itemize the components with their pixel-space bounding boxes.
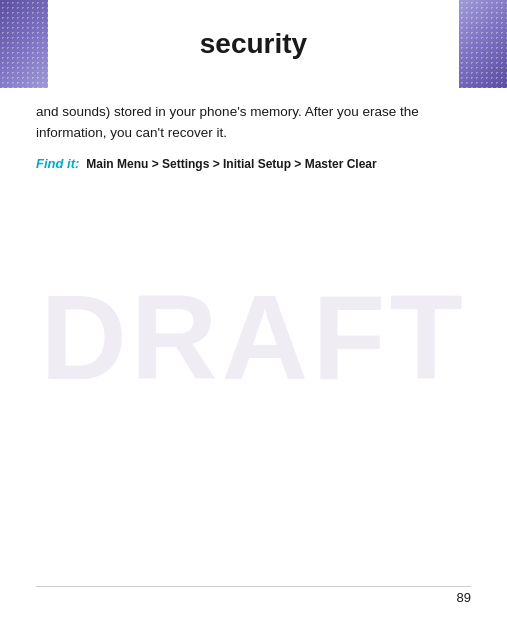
body-text: and sounds) stored in your phone's memor…	[36, 102, 471, 144]
header-decoration-right	[459, 0, 507, 88]
draft-watermark: DRAFT	[40, 267, 467, 405]
page-title: security	[200, 28, 307, 60]
find-it-line: Find it: Main Menu > Settings > Initial …	[36, 154, 471, 174]
find-it-path-text: Main Menu > Settings > Initial Setup > M…	[86, 157, 376, 171]
page-content: and sounds) stored in your phone's memor…	[0, 88, 507, 187]
find-it-label: Find it:	[36, 156, 79, 171]
find-it-path: Main Menu > Settings > Initial Setup > M…	[83, 157, 377, 171]
bottom-divider	[36, 586, 471, 587]
header-decoration-left	[0, 0, 48, 88]
page-header: security	[0, 0, 507, 88]
page-number: 89	[457, 590, 471, 605]
